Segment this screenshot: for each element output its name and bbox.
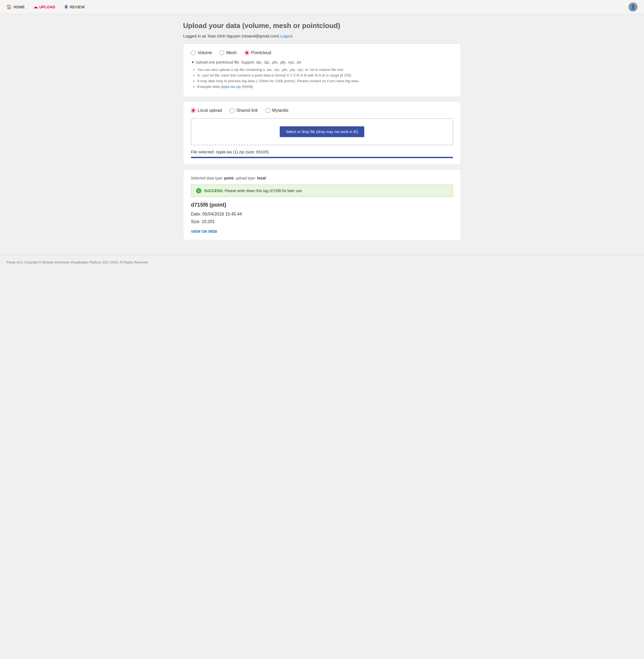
radio-mesh[interactable]: Mesh: [220, 50, 237, 55]
nav-home[interactable]: 🏠 HOME: [6, 1, 25, 13]
success-message: Please write down this tag d715f8 for la…: [225, 189, 302, 193]
result-size: Size: 10,201: [191, 219, 453, 224]
nav-upload-label: UPLOAD: [39, 5, 55, 9]
radio-mytardis-input[interactable]: [266, 108, 270, 113]
progress-bar-container: [191, 157, 453, 158]
avatar[interactable]: 👤: [628, 2, 638, 12]
success-label: SUCCESS:: [204, 189, 224, 193]
detail-item-1: You can also upload a zip file containin…: [197, 68, 453, 72]
logout-link[interactable]: Logout: [280, 34, 293, 38]
file-selected-text: File selected: ripple.las (1).zip (size:…: [191, 150, 453, 154]
nav-upload[interactable]: ☁ UPLOAD: [33, 1, 55, 13]
detail-item-2: In .xyz/.txt file, each line contains a …: [197, 73, 453, 77]
detail-item-3: It may take long to process big data (~1…: [197, 79, 453, 83]
data-type-card: Volume Mesh Pointcloud ▼ Upload one poin…: [183, 44, 461, 97]
upload-type-label: , upload type:: [233, 176, 257, 180]
radio-local-label: Local upload: [198, 108, 222, 113]
upload-type-value: local: [257, 176, 266, 180]
success-icon: ✓: [196, 188, 201, 194]
progress-bar-fill: [191, 157, 453, 158]
monitor-icon: 🖥: [64, 5, 68, 9]
details-list: You can also upload a zip file containin…: [191, 68, 453, 89]
result-date: Date: 05/04/2018 15:45:44: [191, 212, 453, 217]
page-content: Upload your data (volume, mesh or pointc…: [177, 14, 467, 256]
logged-in-text: Logged in as Toan Dinh Nguyen (ntoand@gm…: [183, 34, 461, 38]
example-size: (65KB): [242, 85, 253, 89]
radio-shared[interactable]: Shared link: [230, 108, 258, 113]
footer: Previs v0.3. Copyright © Monash Immersiv…: [0, 256, 644, 269]
radio-pointcloud-label: Pointcloud: [251, 50, 271, 55]
radio-volume-input[interactable]: [191, 50, 196, 55]
details-header: ▼ Upload one pointcloud file. Support .l…: [191, 60, 453, 64]
footer-text: Previs v0.3. Copyright © Monash Immersiv…: [6, 261, 148, 264]
example-data-link[interactable]: ripple.las.zip: [221, 85, 241, 89]
result-card: Selected data type: point, upload type: …: [183, 169, 461, 240]
radio-mesh-label: Mesh: [226, 50, 237, 55]
nav-review-label: REVIEW: [70, 5, 85, 9]
drop-zone[interactable]: Select or drop file (drop may not work i…: [191, 118, 453, 145]
radio-shared-label: Shared link: [236, 108, 258, 113]
nav-items: 🏠 HOME ☁ UPLOAD 🖥 REVIEW: [6, 1, 628, 13]
radio-mytardis-label: Mytardis: [272, 108, 289, 113]
radio-volume-label: Volume: [198, 50, 212, 55]
radio-volume[interactable]: Volume: [191, 50, 212, 55]
data-type-text: Selected data type: point, upload type: …: [191, 176, 453, 180]
radio-mesh-input[interactable]: [220, 50, 224, 55]
radio-pointcloud[interactable]: Pointcloud: [245, 50, 271, 55]
radio-shared-input[interactable]: [230, 108, 234, 113]
data-type-label: Selected data type:: [191, 176, 224, 180]
upload-icon: ☁: [33, 4, 38, 9]
success-banner: ✓ SUCCESS:Please write down this tag d71…: [191, 184, 453, 197]
home-icon: 🏠: [6, 4, 12, 9]
detail-item-4: Example data ripple.las.zip (65KB): [197, 85, 453, 89]
radio-mytardis[interactable]: Mytardis: [266, 108, 289, 113]
upload-type-group: Local upload Shared link Mytardis: [191, 108, 453, 113]
data-type-radio-group: Volume Mesh Pointcloud: [191, 50, 453, 55]
nav-home-label: HOME: [14, 5, 25, 9]
navbar: 🏠 HOME ☁ UPLOAD 🖥 REVIEW 👤: [0, 0, 644, 14]
page-title: Upload your data (volume, mesh or pointc…: [183, 22, 461, 30]
view-web-link[interactable]: VIEW ON WEB: [191, 229, 217, 234]
radio-local-input[interactable]: [191, 108, 196, 113]
select-file-button[interactable]: Select or drop file (drop may not work i…: [280, 126, 364, 137]
nav-review[interactable]: 🖥 REVIEW: [64, 1, 85, 13]
result-tag: d715f8 (point): [191, 202, 453, 208]
radio-local[interactable]: Local upload: [191, 108, 222, 113]
radio-pointcloud-input[interactable]: [245, 50, 249, 55]
data-type-value: point: [224, 176, 233, 180]
logged-in-info: Logged in as Toan Dinh Nguyen (ntoand@gm…: [183, 34, 279, 38]
upload-card: Local upload Shared link Mytardis Select…: [183, 101, 461, 165]
